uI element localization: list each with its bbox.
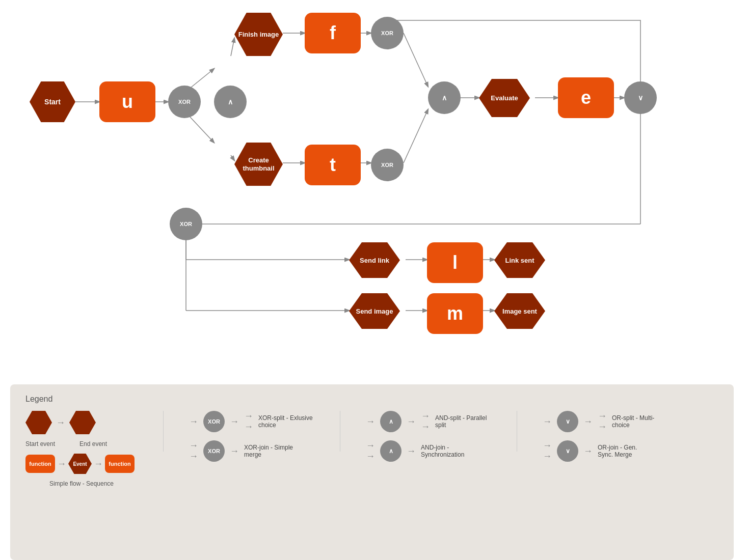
legend-or-split-label: OR-split - Multi-choice (612, 414, 668, 429)
legend-xor-split-label: XOR-split - Exlusive choice (258, 414, 314, 429)
send-link-node: Send link (349, 242, 400, 278)
legend-event-hex: Event (68, 454, 92, 474)
legend-divider3 (517, 411, 517, 452)
svg-line-10 (404, 33, 428, 87)
svg-line-11 (404, 109, 428, 163)
legend-or-split: ∨ (557, 411, 578, 432)
xor2-gateway: XOR (371, 17, 404, 49)
xor3-gateway: XOR (371, 149, 404, 181)
t-function-node: t (305, 145, 361, 185)
legend-func1: function (25, 455, 55, 473)
l-function-node: l (427, 242, 483, 283)
m-function-node: m (427, 293, 483, 334)
evaluate-node: Evaluate (479, 79, 530, 117)
legend-or-join: ∨ (557, 440, 578, 462)
legend-and-split-label: AND-split - Parallel split (435, 414, 491, 429)
legend-start-event (25, 411, 52, 434)
legend-start-label: Start event (25, 440, 55, 447)
diagram-area: Start u XOR ∧ Finish image f XOR Create … (0, 0, 749, 382)
and2-gateway: ∧ (428, 81, 461, 114)
legend-end-label: End event (79, 440, 107, 447)
legend-and-split: ∧ (380, 411, 402, 432)
e-function-node: e (558, 77, 614, 118)
legend-divider1 (163, 411, 164, 452)
finish-image-node: Finish image (234, 13, 283, 56)
svg-line-7 (231, 155, 234, 160)
create-thumbnail-node: Create thumbnail (234, 143, 283, 186)
legend-and-join: ∧ (380, 440, 402, 462)
legend-end-event (69, 411, 96, 434)
legend-area: Legend → Start event End event function … (10, 384, 734, 560)
svg-line-4 (231, 38, 234, 56)
or1-gateway: ∨ (624, 81, 657, 114)
f-function-node: f (305, 13, 361, 53)
send-image-node: Send image (349, 293, 400, 329)
xor1-gateway: XOR (168, 86, 201, 118)
start-node: Start (30, 81, 75, 122)
image-sent-node: Image sent (494, 293, 545, 329)
legend-and-join-label: AND-join - Synchronization (421, 444, 477, 458)
legend-xor-join-label: XOR-join - Simple merge (244, 444, 300, 458)
legend-xor-split: XOR (203, 411, 225, 432)
legend-simple-flow-label: Simple flow - Sequence (49, 480, 114, 487)
legend-title: Legend (25, 395, 718, 404)
legend-xor-join: XOR (203, 440, 225, 462)
u-function-node: u (99, 81, 155, 122)
xor4-gateway: XOR (170, 208, 202, 240)
link-sent-node: Link sent (494, 242, 545, 278)
legend-or-join-label: OR-join - Gen. Sync. Merge (598, 444, 654, 458)
and1-gateway: ∧ (214, 86, 247, 118)
legend-func2: function (105, 455, 135, 473)
legend-divider2 (340, 411, 340, 452)
